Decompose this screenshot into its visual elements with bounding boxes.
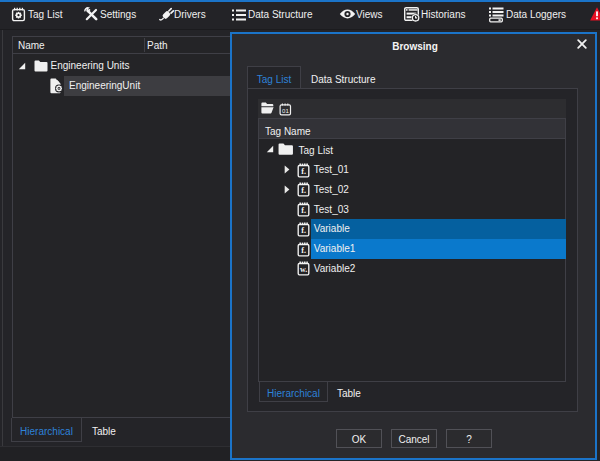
svg-text:f.: f.: [301, 246, 306, 255]
svg-text:f.: f.: [301, 206, 306, 215]
svg-text:f.: f.: [301, 167, 306, 176]
svg-text:f.: f.: [301, 226, 306, 235]
svg-text:f.: f.: [301, 186, 306, 195]
svg-text:w.: w.: [299, 265, 306, 274]
svg-text:01: 01: [282, 108, 289, 114]
